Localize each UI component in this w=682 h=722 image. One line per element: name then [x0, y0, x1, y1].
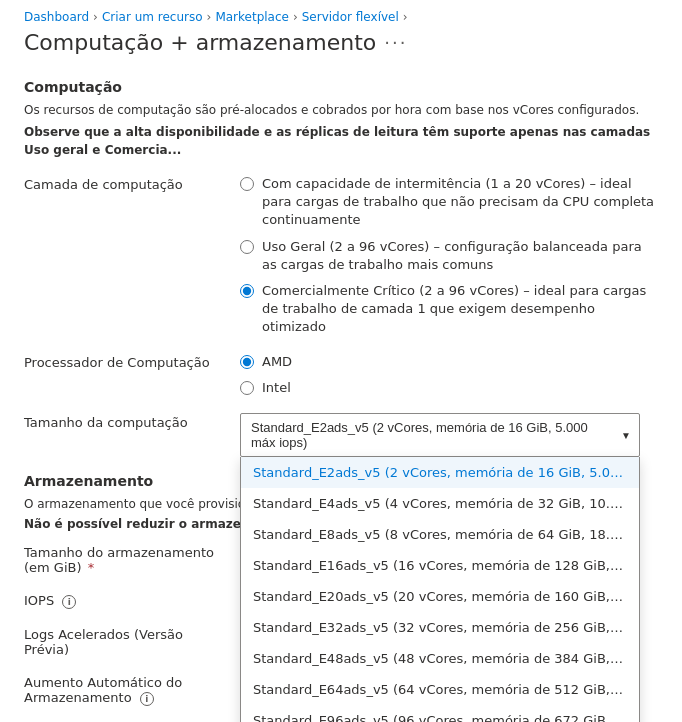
breadcrumb-sep-2: › [207, 10, 212, 24]
breadcrumb-dashboard[interactable]: Dashboard [24, 10, 89, 24]
camada-option-general[interactable]: Uso Geral (2 a 96 vCores) – configuração… [240, 238, 658, 274]
dropdown-item-7[interactable]: Standard_E64ads_v5 (64 vCores, memória d… [241, 674, 639, 705]
chevron-down-icon: ▼ [621, 429, 631, 440]
aumento-info-icon[interactable]: i [140, 692, 154, 706]
dropdown-item-6[interactable]: Standard_E48ads_v5 (48 vCores, memória d… [241, 643, 639, 674]
dropdown-item-2[interactable]: Standard_E8ads_v5 (8 vCores, memória de … [241, 519, 639, 550]
processador-radio-group: AMD Intel [240, 353, 658, 397]
dropdown-item-8[interactable]: Standard_E96ads_v5 (96 vCores, memória d… [241, 705, 639, 722]
breadcrumb-sep-3: › [293, 10, 298, 24]
camada-radio-burst[interactable] [240, 177, 254, 191]
tamanho-control: Standard_E2ads_v5 (2 vCores, memória de … [240, 413, 658, 457]
processador-option-amd[interactable]: AMD [240, 353, 658, 371]
computacao-title: Computação [24, 79, 658, 95]
tamanho-dropdown-wrapper: Standard_E2ads_v5 (2 vCores, memória de … [240, 413, 640, 457]
processador-radio-intel[interactable] [240, 381, 254, 395]
breadcrumb-criar[interactable]: Criar um recurso [102, 10, 203, 24]
camada-option-critical[interactable]: Comercialmente Crítico (2 a 96 vCores) –… [240, 282, 658, 337]
tamanho-dropdown-btn[interactable]: Standard_E2ads_v5 (2 vCores, memória de … [240, 413, 640, 457]
tamanho-dropdown-value: Standard_E2ads_v5 (2 vCores, memória de … [251, 420, 609, 450]
storage-size-label: Tamanho do armazenamento (em GiB) * [24, 543, 224, 575]
tamanho-label: Tamanho da computação [24, 413, 224, 430]
processador-label: Processador de Computação [24, 353, 224, 370]
dropdown-item-1[interactable]: Standard_E4ads_v5 (4 vCores, memória de … [241, 488, 639, 519]
breadcrumb-sep-4: › [403, 10, 408, 24]
breadcrumb-servidor[interactable]: Servidor flexível [302, 10, 399, 24]
processador-row: Processador de Computação AMD Intel [24, 353, 658, 397]
camada-radio-general[interactable] [240, 240, 254, 254]
processador-radio-amd[interactable] [240, 355, 254, 369]
computacao-section: Computação Os recursos de computação são… [24, 79, 658, 457]
aumento-label: Aumento Automático do Armazenamento i [24, 673, 224, 706]
camada-option-burst[interactable]: Com capacidade de intermitência (1 a 20 … [240, 175, 658, 230]
computacao-desc-bold: Observe que a alta disponibilidade e as … [24, 123, 658, 159]
processador-option-intel[interactable]: Intel [240, 379, 658, 397]
computacao-desc: Os recursos de computação são pré-alocad… [24, 101, 658, 119]
processador-label-intel: Intel [262, 379, 291, 397]
page-title-dots: ··· [384, 32, 407, 53]
required-star: * [88, 560, 95, 575]
camada-label-burst: Com capacidade de intermitência (1 a 20 … [262, 175, 658, 230]
processador-label-amd: AMD [262, 353, 292, 371]
camada-label: Camada de computação [24, 175, 224, 192]
page-title-text: Computação + armazenamento [24, 30, 376, 55]
camada-label-general: Uso Geral (2 a 96 vCores) – configuração… [262, 238, 658, 274]
breadcrumb-sep-1: › [93, 10, 98, 24]
dropdown-item-5[interactable]: Standard_E32ads_v5 (32 vCores, memória d… [241, 612, 639, 643]
breadcrumb: Dashboard › Criar um recurso › Marketpla… [24, 0, 658, 30]
dropdown-item-4[interactable]: Standard_E20ads_v5 (20 vCores, memória d… [241, 581, 639, 612]
iops-label: IOPS i [24, 591, 224, 609]
camada-label-critical: Comercialmente Crítico (2 a 96 vCores) –… [262, 282, 658, 337]
camada-row: Camada de computação Com capacidade de i… [24, 175, 658, 337]
dropdown-item-3[interactable]: Standard_E16ads_v5 (16 vCores, memória d… [241, 550, 639, 581]
page-title: Computação + armazenamento ··· [24, 30, 658, 55]
dropdown-item-0[interactable]: Standard_E2ads_v5 (2 vCores, memória de … [241, 457, 639, 488]
tamanho-dropdown-list: Standard_E2ads_v5 (2 vCores, memória de … [240, 457, 640, 722]
camada-radio-critical[interactable] [240, 284, 254, 298]
breadcrumb-marketplace[interactable]: Marketplace [215, 10, 289, 24]
iops-info-icon[interactable]: i [62, 595, 76, 609]
logs-label: Logs Acelerados (Versão Prévia) [24, 625, 224, 657]
tamanho-row: Tamanho da computação Standard_E2ads_v5 … [24, 413, 658, 457]
camada-radio-group: Com capacidade de intermitência (1 a 20 … [240, 175, 658, 337]
